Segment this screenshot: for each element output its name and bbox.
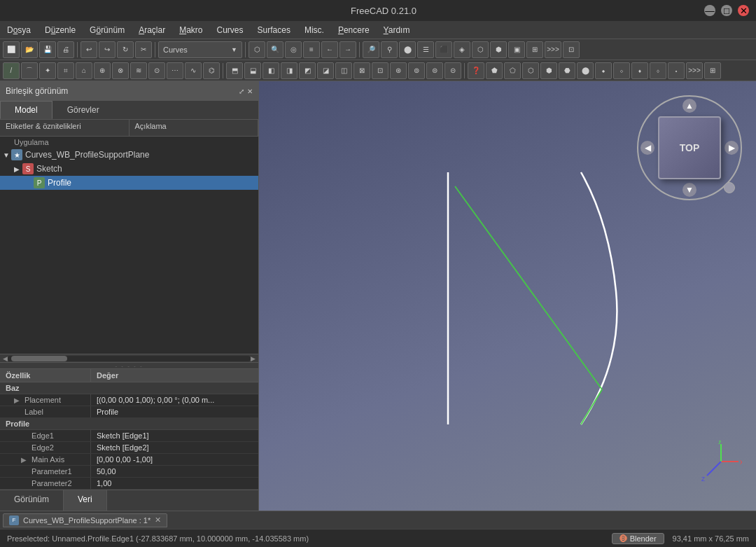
print-btn[interactable]: 🖨 bbox=[57, 41, 74, 58]
redo-btn[interactable]: ↪ bbox=[99, 41, 115, 58]
curve-t24[interactable]: ⊜ bbox=[426, 62, 443, 79]
viewport[interactable]: ▲ ▶ ▼ ◀ TOP x y z bbox=[259, 81, 756, 511]
menu-araclar[interactable]: Araçlar bbox=[132, 23, 172, 37]
curve-t29[interactable]: ⬡ bbox=[522, 62, 539, 79]
curve-t14[interactable]: ⬓ bbox=[244, 62, 261, 79]
tb14[interactable]: ⬢ bbox=[490, 41, 507, 58]
curve-t7[interactable]: ⊗ bbox=[112, 62, 129, 79]
tb2[interactable]: 🔍 bbox=[267, 41, 284, 58]
curve-t-extra[interactable]: ⊞ bbox=[704, 62, 721, 79]
workbench-dropdown[interactable]: Curves ▼ bbox=[158, 41, 242, 58]
scrollbar-track[interactable] bbox=[8, 356, 251, 361]
curve-t30[interactable]: ⬢ bbox=[540, 62, 557, 79]
resize-handle[interactable]: - - - - - bbox=[0, 362, 258, 369]
curve-t1[interactable]: / bbox=[3, 62, 20, 79]
tb10[interactable]: ☰ bbox=[417, 41, 434, 58]
bottom-tab-veri[interactable]: Veri bbox=[64, 490, 107, 511]
curve-t17[interactable]: ◩ bbox=[299, 62, 316, 79]
undo-btn[interactable]: ↩ bbox=[80, 41, 97, 58]
curve-t-more[interactable]: >>> bbox=[686, 62, 703, 79]
tb7[interactable]: 🔎 bbox=[363, 41, 379, 58]
doc-tab-close[interactable]: ✕ bbox=[155, 515, 161, 525]
curve-t4[interactable]: ⌗ bbox=[57, 62, 74, 79]
tb3[interactable]: ◎ bbox=[285, 41, 302, 58]
nav-cube-face[interactable]: TOP bbox=[658, 116, 721, 179]
curve-t13[interactable]: ⬒ bbox=[226, 62, 243, 79]
curve-t9[interactable]: ⊙ bbox=[148, 62, 165, 79]
props-row-edge2[interactable]: Edge2 Sketch [Edge2] bbox=[0, 442, 258, 454]
nav-cube-left-arrow[interactable]: ◀ bbox=[640, 141, 654, 155]
curve-t32[interactable]: ⬤ bbox=[577, 62, 594, 79]
menu-gorunum[interactable]: Görünüm bbox=[83, 23, 132, 37]
curve-t21[interactable]: ⊡ bbox=[372, 62, 388, 79]
tree-item-sketch[interactable]: ▶ S Sketch bbox=[0, 162, 258, 176]
curve-t36[interactable]: ⬨ bbox=[650, 62, 666, 79]
doc-tab-curves[interactable]: F Curves_WB_ProfileSupportPlane : 1* ✕ bbox=[3, 513, 167, 527]
open-btn[interactable]: 📂 bbox=[21, 41, 38, 58]
tree-item-profile[interactable]: P Profile bbox=[0, 176, 258, 190]
curve-t8[interactable]: ≋ bbox=[130, 62, 147, 79]
curve-t31[interactable]: ⬣ bbox=[559, 62, 575, 79]
maximize-button[interactable]: □ bbox=[721, 5, 732, 16]
tb-more[interactable]: >>> bbox=[545, 41, 561, 58]
tb1[interactable]: ⬡ bbox=[248, 41, 265, 58]
scroll-left-arrow[interactable]: ◀ bbox=[3, 355, 8, 362]
curve-t15[interactable]: ◧ bbox=[262, 62, 279, 79]
nav-cube-right-arrow[interactable]: ▶ bbox=[724, 141, 738, 155]
menu-pencere[interactable]: Pencere bbox=[331, 23, 377, 37]
tb12[interactable]: ◈ bbox=[454, 41, 470, 58]
cut-btn[interactable]: ✂ bbox=[135, 41, 152, 58]
tb11[interactable]: ⬛ bbox=[435, 41, 452, 58]
curve-t11[interactable]: ∿ bbox=[185, 62, 202, 79]
minimize-button[interactable]: — bbox=[704, 5, 715, 16]
tb15[interactable]: ▣ bbox=[508, 41, 525, 58]
curve-t34[interactable]: ⬦ bbox=[613, 62, 630, 79]
tab-gorevler[interactable]: Görevler bbox=[52, 101, 114, 119]
curve-t12[interactable]: ⌬ bbox=[203, 62, 220, 79]
curve-t22[interactable]: ⊛ bbox=[390, 62, 407, 79]
curve-t3[interactable]: ✦ bbox=[39, 62, 56, 79]
curve-t10[interactable]: ⋯ bbox=[167, 62, 183, 79]
nav-cube-dot[interactable] bbox=[724, 182, 735, 193]
curve-t35[interactable]: ⬧ bbox=[631, 62, 648, 79]
tree-area[interactable]: Uygulama ▼ ★ Curves_WB_ProfileSupportPla… bbox=[0, 137, 258, 354]
menu-curves[interactable]: Curves bbox=[210, 23, 251, 37]
curve-t2[interactable]: ⌒ bbox=[21, 62, 38, 79]
props-row-edge1[interactable]: Edge1 Sketch [Edge1] bbox=[0, 430, 258, 442]
tb16[interactable]: ⊞ bbox=[526, 41, 543, 58]
props-row-placement[interactable]: ▶ Placement [(0,00 0,00 1,00); 0,00 °; (… bbox=[0, 394, 258, 406]
save-btn[interactable]: 💾 bbox=[39, 41, 56, 58]
menu-surfaces[interactable]: Surfaces bbox=[251, 23, 298, 37]
tb13[interactable]: ⬡ bbox=[472, 41, 489, 58]
curve-t33[interactable]: ⬥ bbox=[595, 62, 612, 79]
tb5[interactable]: ← bbox=[321, 41, 338, 58]
curve-t37[interactable]: ⬩ bbox=[668, 62, 685, 79]
tab-model[interactable]: Model bbox=[0, 101, 52, 119]
refresh-btn[interactable]: ↻ bbox=[117, 41, 134, 58]
curve-t20[interactable]: ⊠ bbox=[354, 62, 370, 79]
nav-cube-top-arrow[interactable]: ▲ bbox=[682, 99, 696, 113]
props-row-param2[interactable]: Parameter2 1,00 bbox=[0, 478, 258, 490]
blender-button[interactable]: 🅑 Blender bbox=[612, 533, 664, 544]
nav-cube-bottom-arrow[interactable]: ▼ bbox=[682, 183, 696, 197]
close-button[interactable]: ✕ bbox=[738, 5, 749, 16]
panel-expand-btn[interactable]: ⤢ bbox=[239, 88, 244, 95]
curve-t23[interactable]: ⊚ bbox=[408, 62, 425, 79]
tb-last[interactable]: ⊡ bbox=[563, 41, 580, 58]
tree-item-curves-wb[interactable]: ▼ ★ Curves_WB_ProfileSupportPlane bbox=[0, 148, 258, 162]
menu-makro[interactable]: Makro bbox=[172, 23, 209, 37]
scrollbar-thumb[interactable] bbox=[11, 356, 67, 361]
curve-t18[interactable]: ◪ bbox=[317, 62, 334, 79]
menu-yardim[interactable]: Yardım bbox=[377, 23, 417, 37]
props-row-label[interactable]: Label Profile bbox=[0, 406, 258, 418]
tb8[interactable]: ⚲ bbox=[381, 41, 398, 58]
tb6[interactable]: → bbox=[340, 41, 356, 58]
menu-misc[interactable]: Misc. bbox=[298, 23, 331, 37]
curve-t28[interactable]: ⬠ bbox=[504, 62, 521, 79]
props-row-param1[interactable]: Parameter1 50,00 bbox=[0, 466, 258, 478]
scroll-right-arrow[interactable]: ▶ bbox=[251, 355, 255, 362]
curve-t16[interactable]: ◨ bbox=[281, 62, 298, 79]
tb9[interactable]: ⬤ bbox=[399, 41, 416, 58]
panel-close-btn[interactable]: ✕ bbox=[247, 88, 253, 95]
curve-t19[interactable]: ◫ bbox=[335, 62, 352, 79]
